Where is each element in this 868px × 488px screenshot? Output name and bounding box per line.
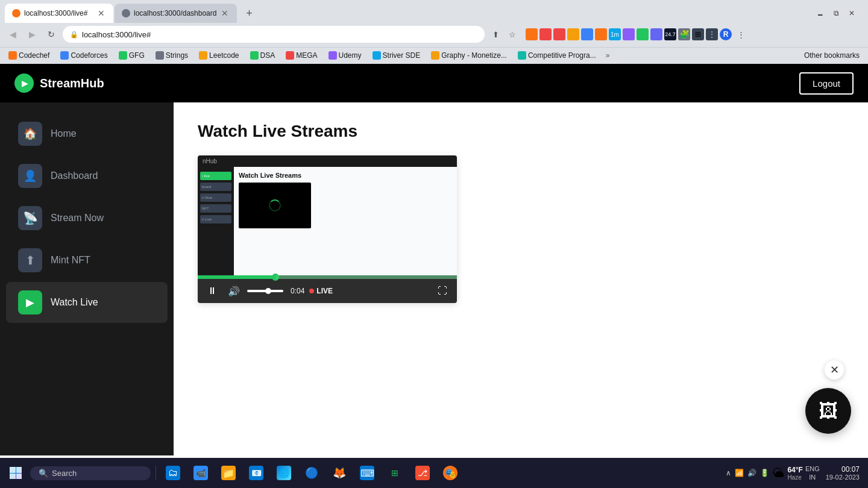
extensions-menu[interactable]: ⋮ bbox=[706, 28, 718, 40]
taskbar-app-explorer[interactable]: 🗂 bbox=[161, 461, 185, 485]
sidebar-label-stream-now: Stream Now bbox=[51, 213, 104, 224]
taskbar-app-vscode[interactable]: ⌨ bbox=[355, 461, 379, 485]
fullscreen-button[interactable]: ⛶ bbox=[434, 283, 451, 299]
taskbar-app-email[interactable]: 📧 bbox=[244, 461, 268, 485]
taskbar-app-edge[interactable]: 🌐 bbox=[272, 461, 296, 485]
bookmarks-overflow[interactable]: » bbox=[606, 51, 610, 60]
sidebar-item-dashboard[interactable]: 👤 Dashboard bbox=[6, 155, 168, 196]
ext-puzzle[interactable]: 🧩 bbox=[678, 28, 690, 40]
embed-title: Watch Live Streams bbox=[239, 172, 452, 179]
sidebar-item-home[interactable]: 🏠 Home bbox=[6, 113, 168, 154]
logout-button[interactable]: Logout bbox=[799, 72, 854, 95]
weather-temp: 64°F bbox=[787, 466, 802, 474]
taskbar-app-files[interactable]: 📁 bbox=[216, 461, 241, 485]
taskbar-app-app9[interactable]: 🎭 bbox=[438, 461, 462, 485]
tab-active[interactable]: localhost:3000/live# ✕ bbox=[5, 4, 113, 23]
network-icon[interactable]: 📶 bbox=[734, 468, 745, 478]
refresh-button[interactable]: ↻ bbox=[43, 27, 59, 42]
ext-ext6[interactable] bbox=[623, 28, 635, 40]
embed-content: • live board n Now NFT n Live Watch Live… bbox=[198, 167, 457, 275]
forward-button[interactable]: ▶ bbox=[24, 27, 40, 42]
home-icon: 🏠 bbox=[18, 122, 42, 146]
git-icon: ⎇ bbox=[415, 466, 430, 480]
time-widget[interactable]: 00:07 19-02-2023 bbox=[822, 465, 863, 481]
ext-brave[interactable] bbox=[526, 28, 538, 40]
stream-now-icon: 📡 bbox=[18, 206, 42, 230]
browser-menu[interactable]: ⋮ bbox=[734, 27, 748, 42]
taskbar-app-chrome[interactable]: 🔵 bbox=[300, 461, 324, 485]
share-button[interactable]: ⬆ bbox=[488, 27, 503, 42]
ext-ext5[interactable]: 1m bbox=[609, 28, 621, 40]
chevron-up-icon[interactable]: ∧ bbox=[725, 468, 732, 478]
bookmark-icon-strings bbox=[156, 51, 164, 60]
window-minimize[interactable]: 🗕 bbox=[814, 7, 827, 20]
taskbar-app-firefox[interactable]: 🦊 bbox=[327, 461, 351, 485]
bookmark-leetcode[interactable]: Leetcode bbox=[195, 50, 242, 61]
vscode-icon: ⌨ bbox=[360, 466, 374, 480]
notification-area: ∧ 📶 🔊 🔋 bbox=[725, 468, 770, 478]
sidebar-label-dashboard: Dashboard bbox=[51, 170, 98, 181]
taskbar-app-git[interactable]: ⎇ bbox=[410, 461, 435, 485]
volume-icon[interactable]: 🔊 bbox=[746, 468, 758, 478]
bookmark-gfg[interactable]: GFG bbox=[115, 50, 148, 61]
bookmark-label-dsa: DSA bbox=[260, 51, 275, 60]
progress-bar[interactable] bbox=[198, 275, 457, 279]
ext-ext10[interactable]: ⊞ bbox=[692, 28, 704, 40]
ext-ext8[interactable] bbox=[650, 28, 662, 40]
bookmark-codechef[interactable]: Codechef bbox=[5, 50, 53, 61]
bookmark-codeforces[interactable]: Codeforces bbox=[57, 50, 111, 61]
floating-action-button[interactable]: 🖼 bbox=[805, 388, 851, 434]
battery-icon[interactable]: 🔋 bbox=[759, 468, 770, 478]
ext-opera[interactable] bbox=[539, 28, 552, 40]
bookmark-strings[interactable]: Strings bbox=[152, 50, 192, 61]
tab-close-2[interactable]: ✕ bbox=[220, 8, 230, 18]
new-tab-button[interactable]: + bbox=[241, 5, 257, 22]
start-button[interactable] bbox=[5, 462, 27, 484]
volume-slider[interactable] bbox=[247, 290, 283, 292]
sidebar-item-mint-nft[interactable]: ⬆ Mint NFT bbox=[6, 240, 168, 281]
address-bar[interactable]: 🔒 localhost:3000/live# bbox=[63, 26, 485, 43]
search-icon: 🔍 bbox=[39, 469, 48, 478]
ext-tampermonkey[interactable] bbox=[567, 28, 579, 40]
profile-icon[interactable]: R bbox=[720, 28, 732, 40]
bookmark-button[interactable]: ☆ bbox=[505, 27, 520, 42]
app-name: StreamHub bbox=[40, 77, 104, 90]
other-bookmarks[interactable]: Other bookmarks bbox=[800, 50, 863, 61]
taskbar-app-terminal[interactable]: ⊞ bbox=[383, 461, 407, 485]
weather-widget[interactable]: 🌥 64°F Haze bbox=[773, 466, 802, 481]
ext-ext9[interactable]: 24.7 bbox=[664, 28, 676, 40]
ext-ext7[interactable] bbox=[637, 28, 649, 40]
bookmark-dsa[interactable]: DSA bbox=[247, 50, 279, 61]
window-close[interactable]: ✕ bbox=[845, 7, 858, 20]
bookmark-graphy[interactable]: Graphy - Monetize... bbox=[427, 50, 511, 61]
files-icon: 📁 bbox=[221, 466, 236, 480]
taskbar-search[interactable]: 🔍 Search bbox=[30, 466, 151, 480]
sidebar-item-stream-now[interactable]: 📡 Stream Now bbox=[6, 198, 168, 239]
ext-metamask[interactable] bbox=[595, 28, 607, 40]
bookmark-udemy[interactable]: Udemy bbox=[325, 50, 365, 61]
embed-sb-item-dashboard: board bbox=[200, 183, 231, 191]
email-icon: 📧 bbox=[249, 466, 263, 480]
firefox-icon: 🦊 bbox=[332, 466, 347, 480]
sidebar-item-watch-live[interactable]: ▶ Watch Live bbox=[6, 282, 168, 323]
pause-button[interactable]: ⏸ bbox=[204, 283, 221, 299]
embed-sb-item-live: n Live bbox=[200, 215, 231, 224]
volume-button[interactable]: 🔊 bbox=[225, 283, 242, 299]
ext-ext4[interactable] bbox=[581, 28, 593, 40]
bookmark-competitive[interactable]: Competitive Progra... bbox=[514, 50, 600, 61]
bookmark-icon-gfg bbox=[119, 51, 127, 60]
video-controls: ⏸ 🔊 0:04 LIVE ⛶ bbox=[198, 275, 457, 303]
tab-bar: localhost:3000/live# ✕ localhost:3000/da… bbox=[0, 0, 868, 23]
floating-close-button[interactable]: ✕ bbox=[825, 360, 844, 380]
bookmark-mega[interactable]: MEGA bbox=[282, 50, 321, 61]
language-widget[interactable]: ENGIN bbox=[805, 465, 820, 482]
bookmark-striver[interactable]: Striver SDE bbox=[369, 50, 424, 61]
tab-inactive[interactable]: localhost:3000/dashboard ✕ bbox=[115, 4, 237, 23]
back-button[interactable]: ◀ bbox=[5, 27, 20, 42]
ext-youtube[interactable] bbox=[553, 28, 565, 40]
window-restore[interactable]: ⧉ bbox=[829, 7, 843, 20]
taskbar-app-zoom[interactable]: 📹 bbox=[189, 461, 213, 485]
app-body: 🏠 Home 👤 Dashboard 📡 Stream Now ⬆ Mint N… bbox=[0, 102, 868, 455]
tab-close-1[interactable]: ✕ bbox=[96, 8, 106, 18]
tab-favicon-2 bbox=[122, 9, 130, 17]
